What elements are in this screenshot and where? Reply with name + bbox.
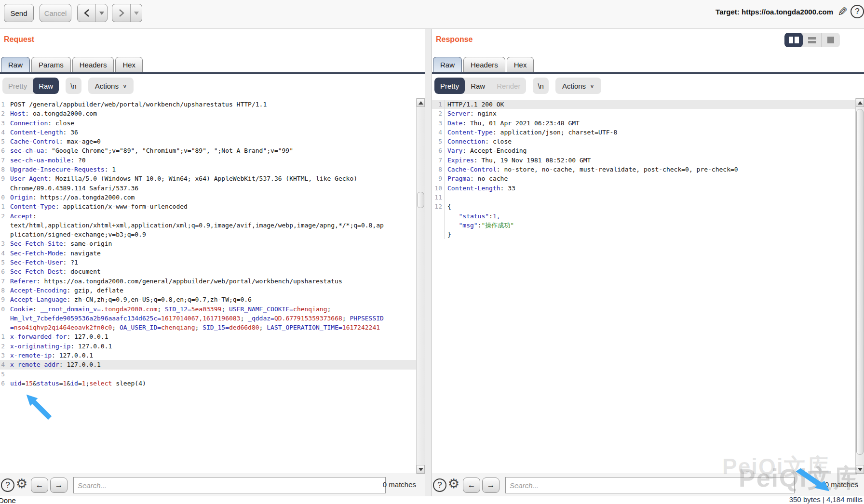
pretty-button[interactable]: Pretty <box>2 78 33 94</box>
response-tabs: Raw Headers Hex <box>433 57 534 72</box>
request-search-input[interactable] <box>73 477 386 493</box>
line-number: 9 <box>0 174 7 183</box>
scrollbar-thumb[interactable] <box>856 109 864 455</box>
code-text: Chrome/89.0.4389.114 Safari/537.36 <box>10 184 138 193</box>
view-layout-control <box>784 33 840 47</box>
search-prev-button[interactable]: ← <box>31 477 48 493</box>
code-text: Referer: https://oa.tongda2000.com/gener… <box>10 277 342 286</box>
line-number <box>432 221 445 230</box>
code-line: 2Accept: <box>0 212 425 221</box>
code-line: } <box>432 230 864 239</box>
scroll-down-button[interactable] <box>417 465 425 474</box>
line-number: 11 <box>432 193 445 202</box>
code-text: Cookie: __root_domain_v=.tongda2000.com;… <box>10 305 331 314</box>
search-prev-button[interactable]: ← <box>463 477 480 493</box>
request-scrollbar[interactable] <box>416 98 425 474</box>
code-text: sec-ch-ua-mobile: ?0 <box>10 156 86 165</box>
code-line: 8Accept-Encoding: gzip, deflate <box>0 286 425 295</box>
response-tab-hex[interactable]: Hex <box>507 57 534 72</box>
code-line: "status":1, <box>432 212 864 221</box>
request-editor[interactable]: 1POST /general/appbuilder/web/portal/wor… <box>0 98 425 474</box>
search-next-button[interactable]: → <box>50 477 68 493</box>
chevron-down-icon <box>134 12 139 15</box>
line-number: 3 <box>0 119 7 128</box>
code-text: POST /general/appbuilder/web/portal/work… <box>10 100 267 109</box>
search-next-button[interactable]: → <box>482 477 500 493</box>
line-number: 9 <box>432 174 445 183</box>
history-forward-button[interactable] <box>112 4 130 22</box>
request-tab-params[interactable]: Params <box>31 57 71 72</box>
response-tab-raw[interactable]: Raw <box>433 57 462 72</box>
newline-toggle-button[interactable]: \n <box>66 78 81 94</box>
code-line: 1HTTP/1.1 200 OK <box>432 100 864 109</box>
search-settings-gear-icon[interactable]: ⚙ <box>16 476 27 491</box>
triangle-up-icon <box>858 101 863 105</box>
code-line: 6Vary: Accept-Encoding <box>432 146 864 155</box>
line-number: 4 <box>0 360 7 369</box>
request-tab-raw[interactable]: Raw <box>1 57 30 72</box>
scrollbar-thumb[interactable] <box>417 192 424 208</box>
code-text: { <box>447 202 451 211</box>
raw-button[interactable]: Raw <box>33 78 59 94</box>
code-line: 3Sec-Fetch-Site: same-origin <box>0 239 425 248</box>
render-button[interactable]: Render <box>491 78 526 94</box>
line-number: 6 <box>0 146 7 155</box>
search-help-icon[interactable]: ? <box>1 478 14 492</box>
scroll-up-button[interactable] <box>856 98 864 107</box>
code-text: Accept-Encoding: gzip, deflate <box>10 286 123 295</box>
line-number: 5 <box>0 258 7 267</box>
response-tab-headers[interactable]: Headers <box>463 57 505 72</box>
line-number: 1 <box>0 202 7 211</box>
code-text: Upgrade-Insecure-Requests: 1 <box>10 165 116 174</box>
chevron-down-icon: ∨ <box>122 83 127 89</box>
code-line: 3Date: Thu, 01 Apr 2021 06:23:48 GMT <box>432 119 864 128</box>
help-icon[interactable]: ? <box>850 5 864 18</box>
layout-single-button[interactable] <box>822 33 840 47</box>
code-line: 8Cache-Control: no-store, no-cache, must… <box>432 165 864 174</box>
request-tab-hex[interactable]: Hex <box>115 57 143 72</box>
response-editor[interactable]: 1HTTP/1.1 200 OK2Server: nginx3Date: Thu… <box>432 98 864 474</box>
response-scrollbar[interactable] <box>855 98 864 474</box>
code-line: Chrome/89.0.4389.114 Safari/537.36 <box>0 184 425 193</box>
layout-columns-button[interactable] <box>784 33 803 47</box>
code-line: 5Sec-Fetch-User: ?1 <box>0 258 425 267</box>
scroll-up-button[interactable] <box>417 98 425 107</box>
line-number: 1 <box>0 332 7 341</box>
code-line: 12{ <box>432 202 864 211</box>
actions-button[interactable]: Actions ∨ <box>88 78 134 94</box>
history-forward-dropdown[interactable] <box>130 4 142 22</box>
history-back-button[interactable] <box>78 4 95 22</box>
code-line: 6sec-ch-ua: "Google Chrome";v="89", "Chr… <box>0 146 425 155</box>
line-number: 4 <box>0 128 7 137</box>
line-number: 2 <box>432 109 445 118</box>
code-text: HTTP/1.1 200 OK <box>447 100 504 109</box>
code-text: Sec-Fetch-User: ?1 <box>10 258 78 267</box>
code-line: 11 <box>432 193 864 202</box>
annotation-arrow-icon <box>25 393 57 425</box>
code-text: Expires: Thu, 19 Nov 1981 08:52:00 GMT <box>447 156 591 165</box>
line-number <box>0 314 7 323</box>
history-back-dropdown[interactable] <box>95 4 107 22</box>
code-line: 2Host: oa.tongda2000.com <box>0 109 425 118</box>
code-line: 2Server: nginx <box>432 109 864 118</box>
newline-toggle-button[interactable]: \n <box>533 78 549 94</box>
line-number <box>432 230 445 239</box>
edit-target-pencil-icon[interactable]: ✎ <box>837 5 848 19</box>
search-settings-gear-icon[interactable]: ⚙ <box>448 476 459 491</box>
layout-rows-button[interactable] <box>803 33 821 47</box>
line-number: 4 <box>0 249 7 258</box>
code-line: 0Cookie: __root_domain_v=.tongda2000.com… <box>0 305 425 314</box>
columns-icon <box>789 37 793 43</box>
cancel-button[interactable]: Cancel <box>40 4 71 22</box>
code-text: Sec-Fetch-Dest: document <box>10 267 101 276</box>
pretty-button[interactable]: Pretty <box>434 78 465 94</box>
actions-button[interactable]: Actions ∨ <box>555 78 601 94</box>
rows-icon <box>808 37 816 43</box>
panel-divider[interactable] <box>425 29 432 496</box>
search-help-icon[interactable]: ? <box>433 478 446 492</box>
send-button[interactable]: Send <box>4 4 34 22</box>
raw-button[interactable]: Raw <box>465 78 491 94</box>
code-line: 4x-remote-addr: 127.0.0.1 <box>0 360 425 369</box>
code-text: x-remote-ip: 127.0.0.1 <box>10 351 93 360</box>
request-tab-headers[interactable]: Headers <box>72 57 114 72</box>
